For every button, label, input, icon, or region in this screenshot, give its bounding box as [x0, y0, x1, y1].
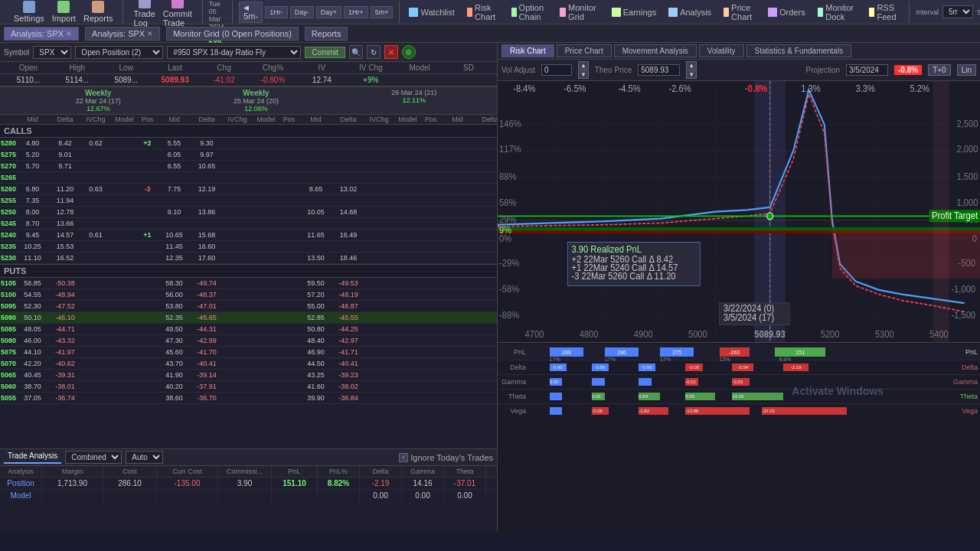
nav-5m-back[interactable]: ◀ 5m-: [239, 2, 263, 23]
earnings-button[interactable]: Earnings: [609, 6, 659, 18]
svg-text:-1,000: -1,000: [951, 284, 975, 295]
price-chart-button[interactable]: Price Chart: [720, 2, 759, 23]
option-chain-container: Weekly 22 Mar 24 (17) 12.67% Weekly 25 M…: [0, 87, 497, 448]
nav-5m-forward[interactable]: 5m+: [371, 6, 394, 18]
nav-1hr-back[interactable]: 1Hr-: [265, 6, 288, 18]
position-detail-select[interactable]: #950 SPX 18-day Ratio Fly: [167, 46, 301, 59]
call-row: 5265: [0, 172, 497, 184]
vega-total: Vega: [953, 407, 980, 415]
model-curr-cost: [157, 490, 218, 501]
clear-icon-btn[interactable]: ✕: [384, 45, 398, 59]
tab-movement-analysis[interactable]: Movement Analysis: [614, 44, 697, 57]
vol-adjust-down[interactable]: ▼: [578, 70, 589, 79]
interval-label: Interval: [916, 8, 939, 16]
svg-text:58%: 58%: [499, 197, 517, 208]
put-row: 5055 37.05 -36.74 38.60 -36.70 39.90 -36…: [0, 393, 497, 404]
position-analysis-row: Position 1,713.90 286.10 -135.00 3.90 15…: [0, 478, 497, 490]
tab-reports[interactable]: Reports: [305, 27, 348, 41]
chain-col-headers: Mid Delta IVChg Model Pos Mid Delta IVCh…: [0, 115, 497, 125]
monitor-dock-button[interactable]: Monitor Dock: [815, 2, 861, 23]
vol-adjust-input[interactable]: [541, 64, 572, 76]
svg-text:2,000: 2,000: [957, 144, 978, 155]
last-value: 5089.93: [151, 75, 200, 85]
watchlist-button[interactable]: Watchlist: [406, 6, 457, 18]
svg-text:5.2%: 5.2%: [910, 83, 930, 94]
svg-text:-8.4%: -8.4%: [513, 83, 536, 94]
projection-label: Projection: [806, 66, 840, 74]
t0-button[interactable]: T+0: [928, 64, 951, 76]
lin-button[interactable]: Lin: [957, 64, 976, 76]
orders-button[interactable]: Orders: [765, 6, 808, 18]
delta-total: Delta: [953, 364, 980, 371]
commit-button[interactable]: Commit: [305, 47, 345, 58]
projection-date-input[interactable]: [846, 64, 888, 76]
ignore-trades-checkbox[interactable]: ✓: [399, 453, 408, 462]
tab-risk-chart[interactable]: Risk Chart: [501, 44, 554, 57]
vol-adjust-up[interactable]: ▲: [578, 61, 589, 70]
option-chain-button[interactable]: Option Chain: [508, 2, 550, 23]
svg-text:1,500: 1,500: [957, 171, 978, 182]
put-row: 5085 48.05 -44.71 49.50 -44.31 50.80 -44…: [0, 324, 497, 335]
import-button[interactable]: Import: [48, 0, 80, 24]
delta-bars: 0.00 0.00 0.00 -0.05 -0.54 -2.19: [528, 362, 953, 373]
gamma-label: Gamma: [498, 378, 528, 386]
svg-text:3/5/2024 (17): 3/5/2024 (17): [724, 311, 775, 323]
tab-close-1[interactable]: ✕: [66, 30, 72, 37]
symbol-select[interactable]: SPX: [33, 46, 71, 59]
tab-analysis-spx-1[interactable]: Analysis: SPX ✕: [4, 27, 79, 41]
tab-monitor-grid[interactable]: Monitor Grid (0 Open Positions): [166, 27, 299, 41]
theo-price-input[interactable]: [638, 64, 680, 76]
position-select[interactable]: Open Position (2): [75, 46, 163, 59]
call-row: 5250 8.00 12.78 9.10 13.86 10.05 14.68: [0, 207, 497, 218]
vol-adjust-label: Vol Adjust: [501, 66, 535, 74]
svg-text:4700: 4700: [525, 329, 544, 341]
analysis-delta: -2.19: [360, 478, 402, 489]
theo-price-up[interactable]: ▲: [686, 61, 697, 70]
risk-chart-button[interactable]: Risk Chart: [464, 2, 502, 23]
vega-bars: -0.06 -1.82 -13.88 -37.01: [528, 406, 953, 416]
rss-feed-button[interactable]: RSS Feed: [866, 2, 903, 23]
settings-button[interactable]: Settings: [10, 0, 48, 24]
settings-icon-btn[interactable]: ⚙: [402, 45, 416, 59]
tab-volatility[interactable]: Volatility: [699, 44, 744, 57]
nav-day-back[interactable]: Day-: [290, 6, 314, 18]
tab-stats[interactable]: Statistics & Fundamentals: [746, 44, 852, 57]
analysis-button[interactable]: Analysis: [665, 6, 714, 18]
model-pnl-pct: [318, 490, 360, 501]
ignore-trades-check[interactable]: ✓ Ignore Today's Trades: [399, 451, 493, 464]
theo-price-down[interactable]: ▼: [686, 70, 697, 79]
theo-price-label: Theo Price: [595, 66, 632, 74]
commit-trade-button[interactable]: Commit Trade: [159, 0, 196, 29]
put-row: 5060 38.70 -38.01 40.20 -37.91 41.60 -38…: [0, 381, 497, 393]
vega-row: Vega -0.06 -1.82 -13.88 -37.01 Vega: [498, 404, 980, 418]
tab-close-2[interactable]: ✕: [147, 30, 153, 37]
trade-analysis-tab[interactable]: Trade Analysis: [4, 451, 61, 464]
tab-price-chart[interactable]: Price Chart: [557, 44, 612, 57]
search-icon-btn[interactable]: 🔍: [349, 45, 363, 59]
analysis-comm: 3.90: [218, 478, 272, 489]
pnl-label: PnL: [498, 348, 528, 356]
tab-analysis-spx-2[interactable]: Analysis: SPX ✕: [85, 27, 160, 41]
reports-button[interactable]: Reports: [80, 0, 117, 24]
model-value: [395, 75, 444, 85]
high-label: High: [53, 63, 102, 73]
open-label: Open: [4, 63, 53, 73]
svg-point-69: [767, 213, 773, 220]
interval-select[interactable]: 5m: [942, 5, 973, 18]
risk-chart-svg: 4700 4800 4900 5000 5089.93 5200 5300 54…: [498, 81, 980, 343]
iv-label: IV: [297, 63, 346, 73]
theta-bars: 0.02 0.64 5.05 14.16: [528, 391, 953, 402]
monitor-grid-button[interactable]: Monitor Grid: [557, 2, 603, 23]
nav-1hr-forward[interactable]: 1Hr+: [344, 6, 368, 18]
trade-log-button[interactable]: Trade Log: [129, 0, 158, 29]
symbol-label: Symbol: [4, 48, 29, 57]
combined-select[interactable]: Combined: [65, 451, 122, 464]
ohlc-row: Open High Low Last Chg Chg% IV IV Chg Mo…: [0, 62, 497, 74]
put-row: 5100 54.55 -48.94 56.00 -48.37 57.20 -48…: [0, 289, 497, 301]
nav-day-forward[interactable]: Day+: [316, 6, 341, 18]
analysis-pnl: 151.10: [272, 478, 318, 489]
refresh-icon-btn[interactable]: ↻: [367, 45, 381, 59]
auto-select[interactable]: Auto: [126, 451, 163, 464]
svg-rect-73: [933, 81, 949, 342]
analysis-pnl-pct: 8.82%: [318, 478, 360, 489]
